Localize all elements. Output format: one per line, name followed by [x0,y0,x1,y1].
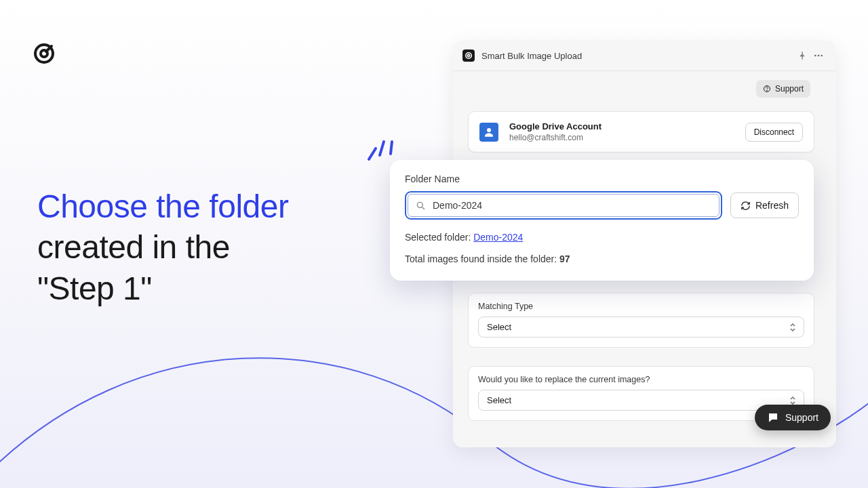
app-header: Smart Bulk Image Upload [453,41,836,71]
headline-accent: Choose the folder [37,188,288,224]
selected-folder: Selected folder: Demo-2024 [405,232,799,243]
total-prefix: Total images found inside the folder: [405,253,559,264]
account-avatar-icon [479,123,498,142]
shop-logo-icon [462,49,475,62]
app-title: Smart Bulk Image Upload [481,51,794,61]
svg-point-5 [466,53,471,58]
replace-select-value: Select [487,395,511,405]
svg-line-2 [369,148,376,159]
headline-line2: created in the [37,229,230,265]
floating-support-label: Support [785,412,818,423]
svg-line-4 [391,142,392,154]
svg-point-7 [814,55,816,57]
refresh-button[interactable]: Refresh [730,192,799,218]
refresh-icon [741,201,751,211]
matching-select[interactable]: Select [478,317,804,338]
svg-line-3 [380,142,384,155]
app-logo-icon [33,42,56,65]
chevron-updown-icon [790,323,795,331]
total-images: Total images found inside the folder: 97 [405,253,799,264]
svg-point-9 [821,55,823,57]
search-icon [415,200,426,211]
selected-prefix: Selected folder: [405,232,473,243]
disconnect-button[interactable]: Disconnect [745,123,803,142]
support-button[interactable]: Support [756,80,810,98]
folder-card: Folder Name Refresh Selected folder: Dem… [390,160,814,281]
svg-point-12 [487,128,491,132]
headline-line3: "Step 1" [37,270,152,306]
total-count: 97 [559,253,570,264]
more-button[interactable] [810,47,827,64]
support-label: Support [775,84,804,94]
account-email: hello@craftshift.com [509,133,745,142]
chat-icon [767,411,779,424]
svg-point-6 [467,54,469,56]
matching-card: Matching Type Select [468,293,814,348]
matching-label: Matching Type [478,302,804,311]
floating-support-button[interactable]: Support [755,405,831,430]
refresh-label: Refresh [755,200,789,211]
account-card: Google Drive Account hello@craftshift.co… [468,111,814,152]
account-title: Google Drive Account [509,121,745,131]
pin-button[interactable] [794,47,810,64]
chevron-updown-icon [790,396,795,405]
svg-point-13 [417,202,422,207]
folder-search-input[interactable] [433,200,712,211]
headline: Choose the folder created in the "Step 1… [37,186,288,309]
folder-label: Folder Name [405,174,799,184]
svg-point-11 [767,90,768,91]
matching-select-value: Select [487,322,511,332]
replace-label: Would you like to replace the current im… [478,375,804,384]
selected-folder-link[interactable]: Demo-2024 [473,232,523,243]
folder-search-wrap [405,191,722,220]
help-icon [763,85,771,93]
replace-select[interactable]: Select [478,390,804,411]
svg-point-8 [818,55,820,57]
